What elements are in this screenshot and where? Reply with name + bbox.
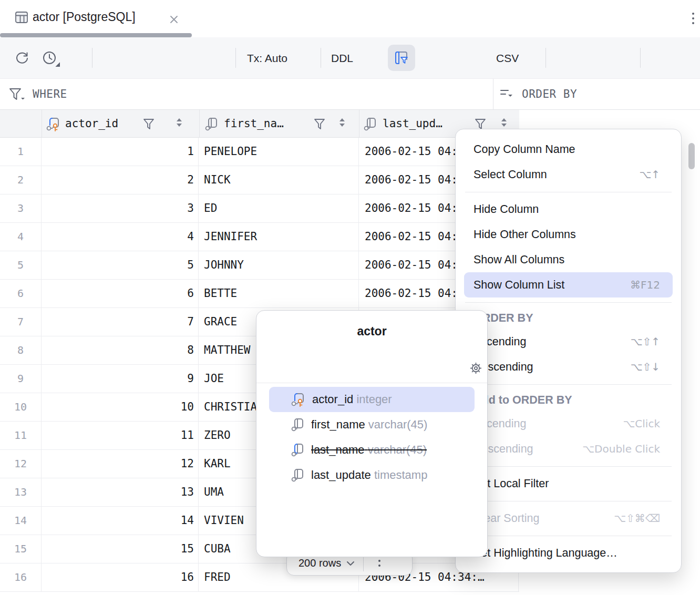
close-icon[interactable] bbox=[168, 14, 180, 25]
menu-item[interactable] bbox=[456, 187, 681, 197]
menu-item-shortcut: ⌥⇧↑ bbox=[630, 335, 660, 348]
cell-actor-id[interactable]: 4 bbox=[42, 223, 199, 251]
column-header-first-name[interactable]: first_na… bbox=[224, 110, 284, 137]
cell-actor-id[interactable]: 7 bbox=[42, 308, 199, 336]
row-number: 11 bbox=[0, 422, 42, 449]
menu-item[interactable]: Select Column ⌥↑ bbox=[456, 162, 681, 187]
row-number: 16 bbox=[0, 563, 42, 591]
page-size-dropdown[interactable]: 200 rows bbox=[298, 557, 341, 569]
cell-actor-id[interactable]: 14 bbox=[42, 507, 199, 535]
auto-refresh-icon[interactable] bbox=[42, 51, 58, 66]
pager-more-icon[interactable] bbox=[378, 560, 380, 567]
menu-item[interactable]: Show Column List ⌘F12 bbox=[464, 272, 673, 298]
column-filter-icon[interactable] bbox=[313, 118, 326, 130]
cell-actor-id[interactable]: 10 bbox=[42, 393, 199, 421]
menu-item[interactable]: Clear Sorting ⌥⇧⌘⌫ bbox=[456, 506, 681, 531]
table-row[interactable]: 5 5 JOHNNY 2006-02-15 04:34:… bbox=[0, 251, 519, 280]
cell-actor-id[interactable]: 15 bbox=[42, 535, 199, 563]
column-sort-control[interactable] bbox=[339, 118, 345, 127]
menu-item[interactable]: Ascending ⌥⇧↑ bbox=[456, 329, 681, 354]
cell-first-name[interactable]: BETTE bbox=[200, 280, 359, 307]
popup-column-type: varchar(45) bbox=[368, 418, 427, 431]
menu-item[interactable] bbox=[456, 298, 681, 307]
refresh-icon[interactable] bbox=[14, 51, 29, 66]
cell-first-name[interactable]: PENELOPE bbox=[200, 138, 359, 166]
popup-column-row[interactable]: first_name varchar(45) bbox=[269, 412, 475, 437]
column-filter-icon[interactable] bbox=[142, 118, 155, 130]
popup-column-name: last_update bbox=[311, 468, 371, 481]
ddl-button[interactable]: DDL bbox=[331, 37, 353, 79]
table-row[interactable]: 4 4 JENNIFER 2006-02-15 04:34:… bbox=[0, 223, 519, 251]
cell-actor-id[interactable]: 16 bbox=[42, 563, 199, 591]
data-editor-toolbar: Tx: Auto DDL CSV bbox=[0, 37, 700, 79]
table-row[interactable]: 6 6 BETTE 2006-02-15 04:34:… bbox=[0, 280, 519, 308]
cell-actor-id[interactable]: 12 bbox=[42, 450, 199, 478]
where-funnel-icon[interactable] bbox=[8, 87, 25, 102]
tab-actor[interactable]: actor [PostgreSQL] bbox=[33, 0, 136, 34]
table-row[interactable]: 2 2 NICK 2006-02-15 04:34:… bbox=[0, 166, 519, 194]
local-filter-toggle[interactable] bbox=[388, 45, 415, 71]
more-options-icon[interactable] bbox=[692, 13, 694, 24]
menu-item-label: Set Highlighting Language… bbox=[473, 547, 660, 560]
cell-actor-id[interactable]: 3 bbox=[42, 194, 199, 222]
primary-key-column-icon bbox=[46, 117, 62, 131]
column-header-actor-id[interactable]: actor_id bbox=[65, 110, 118, 137]
menu-item-shortcut: ⌥⇧⌘⌫ bbox=[614, 512, 660, 525]
indexed-column-icon bbox=[291, 443, 306, 457]
tab-bar: actor [PostgreSQL] bbox=[0, 0, 700, 37]
cell-actor-id[interactable]: 5 bbox=[42, 251, 199, 279]
order-by-input[interactable]: ORDER BY bbox=[522, 79, 577, 109]
menu-item[interactable] bbox=[456, 496, 681, 506]
cell-first-name[interactable]: JOHNNY bbox=[200, 251, 359, 279]
popup-column-row[interactable]: last_name varchar(45) bbox=[269, 437, 475, 463]
table-row[interactable]: 3 3 ED 2006-02-15 04:34:… bbox=[0, 194, 519, 223]
cell-actor-id[interactable]: 11 bbox=[42, 422, 199, 449]
cell-actor-id[interactable]: 6 bbox=[42, 280, 199, 307]
order-by-icon[interactable] bbox=[499, 88, 516, 101]
cell-actor-id[interactable]: 1 bbox=[42, 138, 199, 166]
menu-item-shortcut: ⌥⇧↓ bbox=[630, 361, 660, 373]
column-sort-control[interactable] bbox=[501, 118, 507, 127]
menu-item[interactable]: Copy Column Name bbox=[456, 137, 681, 162]
export-format-dropdown[interactable]: CSV bbox=[496, 37, 519, 79]
menu-item-shortcut: ⌥Double Click bbox=[582, 443, 660, 455]
menu-item[interactable]: Set Highlighting Language… bbox=[456, 540, 681, 566]
popup-column-name: actor_id bbox=[312, 393, 353, 406]
cell-first-name[interactable]: JENNIFER bbox=[200, 223, 359, 251]
cell-first-name[interactable]: NICK bbox=[200, 166, 359, 194]
menu-item[interactable]: Descending ⌥⇧↓ bbox=[456, 354, 681, 379]
column-sort-control[interactable] bbox=[177, 118, 182, 127]
vertical-scrollbar[interactable] bbox=[688, 143, 695, 169]
menu-item[interactable]: Hide Other Columns bbox=[456, 222, 681, 247]
menu-item[interactable]: Ascending ⌥Click bbox=[456, 411, 681, 436]
column-icon bbox=[291, 468, 306, 483]
menu-item[interactable]: ORDER BY bbox=[456, 307, 681, 329]
menu-item[interactable] bbox=[456, 379, 681, 389]
toolbar-separator bbox=[235, 48, 236, 68]
popup-column-row[interactable]: last_update timestamp bbox=[269, 463, 475, 488]
menu-item-label: Hide Column bbox=[473, 203, 660, 216]
toolbar-separator bbox=[92, 48, 92, 68]
where-input[interactable]: WHERE bbox=[33, 79, 67, 109]
tx-mode-dropdown[interactable]: Tx: Auto bbox=[247, 37, 287, 79]
menu-item[interactable] bbox=[456, 531, 681, 540]
table-row[interactable]: 1 1 PENELOPE 2006-02-15 04:34:… bbox=[0, 138, 519, 166]
cell-actor-id[interactable]: 13 bbox=[42, 478, 199, 506]
cell-actor-id[interactable]: 2 bbox=[42, 166, 199, 194]
menu-item-label: ORDER BY bbox=[473, 312, 663, 325]
popup-column-row[interactable]: actor_id integer bbox=[269, 387, 475, 412]
menu-item[interactable]: Show All Columns bbox=[456, 247, 681, 272]
cell-actor-id[interactable]: 8 bbox=[42, 336, 199, 364]
table-row[interactable]: 16 16 FRED 2006-02-15 04:34:… bbox=[0, 563, 519, 592]
menu-item[interactable]: Set Local Filter bbox=[456, 471, 681, 496]
menu-item[interactable] bbox=[456, 461, 681, 471]
menu-item[interactable]: Descending ⌥Double Click bbox=[456, 436, 681, 461]
menu-item[interactable]: Add to ORDER BY bbox=[456, 389, 681, 411]
cell-actor-id[interactable]: 9 bbox=[42, 365, 199, 393]
column-header-last-update[interactable]: last_upd… bbox=[383, 110, 442, 137]
popup-settings-gear-icon[interactable] bbox=[469, 361, 483, 375]
row-number: 15 bbox=[0, 535, 42, 563]
menu-item-label: Hide Other Columns bbox=[473, 228, 660, 241]
menu-item[interactable]: Hide Column bbox=[456, 197, 681, 222]
cell-first-name[interactable]: ED bbox=[200, 194, 359, 222]
